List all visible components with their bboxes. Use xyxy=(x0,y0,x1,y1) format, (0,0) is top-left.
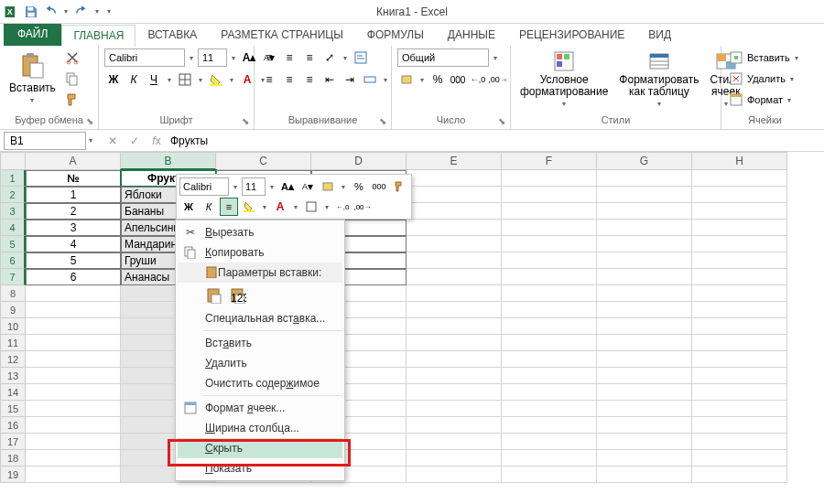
cell-F12[interactable] xyxy=(502,351,597,368)
save-icon[interactable] xyxy=(23,4,39,20)
row-header-4[interactable]: 4 xyxy=(0,220,26,236)
delete-cells-icon[interactable] xyxy=(727,70,745,88)
align-bottom-icon[interactable]: ≡ xyxy=(300,48,319,67)
ctx-column-width[interactable]: Ширина столбца... xyxy=(178,418,342,438)
tab-file[interactable]: ФАЙЛ xyxy=(4,22,61,46)
mini-comma-icon[interactable]: 000 xyxy=(370,177,388,196)
row-header-5[interactable]: 5 xyxy=(0,236,26,252)
cell-H17[interactable] xyxy=(692,434,787,450)
tab-data[interactable]: ДАННЫЕ xyxy=(436,24,507,46)
number-format-input[interactable]: Общий xyxy=(397,48,489,67)
fx-icon[interactable]: fx xyxy=(148,133,165,149)
col-header-C[interactable]: C xyxy=(216,152,311,170)
cell-E16[interactable] xyxy=(407,417,502,434)
cell-H15[interactable] xyxy=(692,401,787,417)
indent-increase-icon[interactable]: ⇥ xyxy=(341,70,359,89)
wrap-text-icon[interactable] xyxy=(352,48,370,67)
mini-shrink-font-icon[interactable]: A▾ xyxy=(298,177,317,196)
row-header-10[interactable]: 10 xyxy=(0,318,26,335)
cell-F13[interactable] xyxy=(502,368,597,384)
cell-F18[interactable] xyxy=(502,450,597,466)
cell-H16[interactable] xyxy=(692,417,787,434)
row-header-12[interactable]: 12 xyxy=(0,351,26,368)
cell-E3[interactable] xyxy=(407,203,502,220)
italic-button[interactable]: К xyxy=(125,70,143,89)
format-painter-icon[interactable] xyxy=(63,91,81,109)
cell-E12[interactable] xyxy=(407,351,502,368)
cell-E6[interactable] xyxy=(407,252,502,269)
cell-F7[interactable] xyxy=(502,269,597,285)
cell-H2[interactable] xyxy=(692,187,787,203)
mini-borders-icon[interactable] xyxy=(302,198,320,216)
tab-review[interactable]: РЕЦЕНЗИРОВАНИЕ xyxy=(507,24,636,46)
cell-F16[interactable] xyxy=(502,417,597,434)
copy-icon[interactable] xyxy=(63,70,81,88)
formula-input[interactable]: Фрукты xyxy=(165,132,824,150)
cell-G9[interactable] xyxy=(597,302,692,318)
cell-A5[interactable]: 4 xyxy=(26,236,121,252)
undo-icon[interactable] xyxy=(42,4,59,20)
undo-dropdown[interactable]: ▾ xyxy=(61,7,70,16)
cell-G11[interactable] xyxy=(597,335,692,351)
cell-G19[interactable] xyxy=(597,466,692,483)
cell-G3[interactable] xyxy=(597,203,692,220)
align-middle-icon[interactable]: ≡ xyxy=(280,48,298,67)
cancel-formula-icon[interactable]: ✕ xyxy=(104,133,121,149)
cell-G8[interactable] xyxy=(597,285,692,302)
font-size-input[interactable]: 11 xyxy=(198,48,227,67)
cell-E1[interactable] xyxy=(407,170,502,187)
col-header-E[interactable]: E xyxy=(407,152,502,170)
mini-currency-icon[interactable] xyxy=(319,177,337,196)
cell-G15[interactable] xyxy=(597,401,692,417)
cell-A12[interactable] xyxy=(26,351,121,368)
cell-E5[interactable] xyxy=(407,236,502,252)
cell-H9[interactable] xyxy=(692,302,787,318)
cell-H4[interactable] xyxy=(692,220,787,236)
row-header-11[interactable]: 11 xyxy=(0,335,26,351)
cell-E11[interactable] xyxy=(407,335,502,351)
cell-G12[interactable] xyxy=(597,351,692,368)
cell-H8[interactable] xyxy=(692,285,787,302)
mini-italic-button[interactable]: К xyxy=(200,198,218,216)
mini-percent-icon[interactable]: % xyxy=(350,177,368,196)
conditional-format-button[interactable]: Условное форматирование▾ xyxy=(516,48,612,110)
cell-A3[interactable]: 2 xyxy=(26,203,121,220)
col-header-A[interactable]: A xyxy=(26,152,121,170)
cell-A10[interactable] xyxy=(26,318,121,335)
underline-button[interactable]: Ч xyxy=(145,70,163,89)
cell-F17[interactable] xyxy=(502,434,597,450)
cell-A16[interactable] xyxy=(26,417,121,434)
row-header-7[interactable]: 7 xyxy=(0,269,26,285)
mini-grow-font-icon[interactable]: A▴ xyxy=(278,177,297,196)
row-header-16[interactable]: 16 xyxy=(0,417,26,434)
redo-icon[interactable] xyxy=(73,4,90,20)
format-cells-icon[interactable] xyxy=(727,91,745,109)
cell-G6[interactable] xyxy=(597,252,692,269)
cell-A17[interactable] xyxy=(26,434,121,450)
qat-customize[interactable]: ▾ xyxy=(104,7,114,16)
cell-H1[interactable] xyxy=(692,170,787,187)
align-top-icon[interactable]: ≡ xyxy=(260,48,278,67)
cell-A18[interactable] xyxy=(26,450,121,466)
mini-bold-button[interactable]: Ж xyxy=(179,198,198,216)
cell-H10[interactable] xyxy=(692,318,787,335)
cell-H19[interactable] xyxy=(692,466,787,483)
cell-H7[interactable] xyxy=(692,269,787,285)
merge-icon[interactable] xyxy=(361,70,379,89)
mini-font-size[interactable]: 11 xyxy=(242,177,266,196)
name-box[interactable]: B1 xyxy=(4,132,86,150)
increase-decimal-icon[interactable]: ←,0 xyxy=(469,70,487,89)
row-header-1[interactable]: 1 xyxy=(0,170,26,187)
mini-dec-decimal-icon[interactable]: ,00→ xyxy=(353,198,372,216)
cell-A9[interactable] xyxy=(26,302,121,318)
cell-A15[interactable] xyxy=(26,401,121,417)
col-header-H[interactable]: H xyxy=(692,152,787,170)
col-header-D[interactable]: D xyxy=(311,152,407,170)
cell-A11[interactable] xyxy=(26,335,121,351)
orientation-icon[interactable]: ⤢ xyxy=(320,48,339,67)
format-table-button[interactable]: Форматировать как таблицу▾ xyxy=(615,48,702,110)
paste-option-values-icon[interactable]: 123 xyxy=(229,286,247,305)
ctx-unhide[interactable]: Показать xyxy=(178,458,342,478)
cell-E2[interactable] xyxy=(407,187,502,203)
mini-fill-color-icon[interactable] xyxy=(240,198,258,216)
